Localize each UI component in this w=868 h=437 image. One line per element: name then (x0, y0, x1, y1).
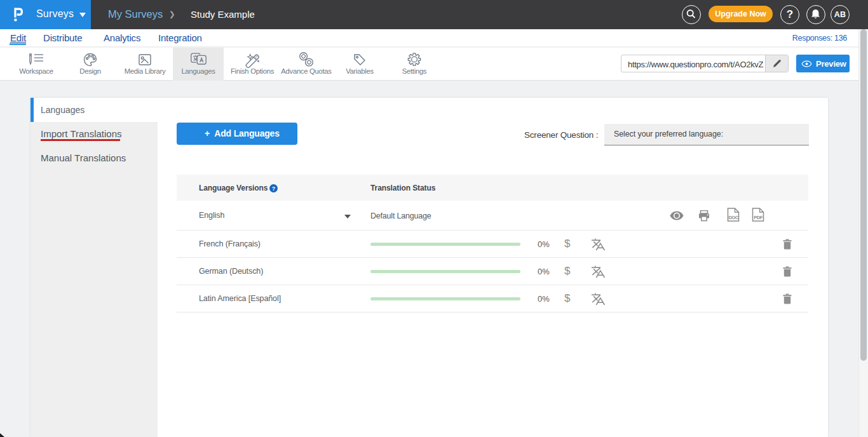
svg-text:?: ? (272, 185, 276, 191)
svg-text:DOC: DOC (728, 215, 738, 220)
svg-text:PDF: PDF (754, 215, 763, 220)
